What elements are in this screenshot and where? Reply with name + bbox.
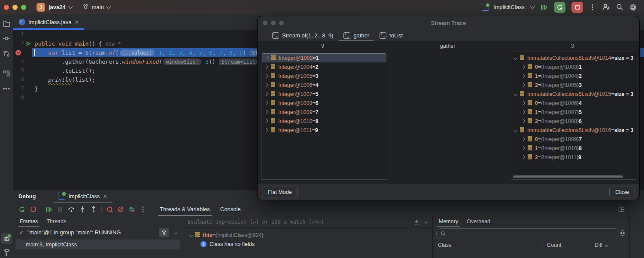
- build-tool-button[interactable]: [1, 247, 12, 258]
- stop-button[interactable]: [571, 2, 583, 13]
- chevron-collapsed-icon[interactable]: [265, 56, 269, 60]
- evaluate-expression-bar[interactable]: Evaluate expression (↵) or add a watch (…: [183, 216, 432, 228]
- memory-search-box[interactable]: [436, 228, 619, 239]
- run-line-icon[interactable]: [24, 39, 32, 48]
- project-tool-button[interactable]: [1, 18, 12, 29]
- search-icon[interactable]: [616, 3, 623, 11]
- flat-mode-button[interactable]: Flat Mode: [262, 187, 298, 197]
- step-over-button[interactable]: [66, 204, 77, 215]
- editor-tab-implicitclass[interactable]: ImplicitClass.java ✕: [13, 14, 84, 30]
- tree-child-row[interactable]: 1 = {Integer@1010} 8: [511, 144, 636, 153]
- tab-overhead[interactable]: Overhead: [462, 216, 495, 227]
- close-button[interactable]: Close: [609, 187, 635, 197]
- tree-parent-row[interactable]: ImmutableCollections$ListN@1014 = size =…: [511, 53, 636, 62]
- pull-requests-tool-button[interactable]: [1, 48, 12, 59]
- chevron-expanded-icon[interactable]: [513, 56, 518, 60]
- tree-child-row[interactable]: 1 = {Integer@1004} 2: [511, 71, 636, 80]
- debug-tool-button[interactable]: [1, 233, 12, 244]
- list-item[interactable]: Integer@1004 = 2: [261, 62, 387, 71]
- horizontal-scrollbar[interactable]: [513, 175, 623, 178]
- resume-program-button[interactable]: [540, 4, 548, 11]
- chevron-collapsed-icon[interactable]: [264, 83, 269, 87]
- list-item[interactable]: Integer@1011 = 9: [261, 126, 387, 135]
- column-count[interactable]: Count: [542, 242, 590, 248]
- settings-gear-icon[interactable]: [629, 3, 637, 11]
- chevron-collapsed-icon[interactable]: [264, 101, 269, 105]
- list-item[interactable]: Integer@1008 = 6: [261, 98, 387, 108]
- toolbar-more-menu[interactable]: ⋮: [137, 204, 149, 215]
- chevron-collapsed-icon[interactable]: [264, 65, 269, 69]
- tree-child-row[interactable]: 0 = {Integer@1003} 1: [511, 62, 636, 71]
- chevron-expanded-icon[interactable]: [513, 128, 518, 132]
- close-tab-icon[interactable]: ✕: [74, 19, 79, 25]
- pause-button[interactable]: [55, 204, 66, 215]
- tab-threads-variables[interactable]: Threads & Variables: [155, 203, 215, 216]
- view-breakpoints-button[interactable]: [104, 204, 115, 215]
- column-diff[interactable]: Diff: [590, 242, 608, 248]
- tree-child-row[interactable]: 0 = {Integer@1009} 7: [511, 135, 636, 144]
- commit-tool-button[interactable]: [1, 33, 12, 44]
- chevron-collapsed-icon[interactable]: [521, 146, 526, 150]
- chevron-collapsed-icon[interactable]: [521, 65, 526, 69]
- tree-child-row[interactable]: 2 = {Integer@1005} 3: [511, 80, 636, 89]
- chevron-collapsed-icon[interactable]: [264, 110, 269, 114]
- tree-parent-row[interactable]: ImmutableCollections$ListN@1015 = size =…: [511, 89, 636, 98]
- chevron-collapsed-icon[interactable]: [521, 119, 526, 123]
- project-selector[interactable]: java24: [49, 4, 66, 10]
- memory-search-input[interactable]: [449, 230, 619, 237]
- mute-breakpoints-button[interactable]: [115, 204, 126, 215]
- more-actions-menu[interactable]: ⋮: [589, 5, 596, 9]
- structure-tool-button[interactable]: [1, 68, 12, 79]
- tree-child-row[interactable]: 2 = {Integer@1008} 6: [511, 117, 636, 126]
- chevron-collapsed-icon[interactable]: [521, 110, 526, 114]
- chevron-collapsed-icon[interactable]: [264, 74, 269, 78]
- rerun-button[interactable]: [16, 204, 27, 215]
- resume-button[interactable]: [43, 204, 55, 215]
- chevron-down-icon[interactable]: [174, 230, 177, 234]
- add-watch-icon[interactable]: [414, 219, 419, 225]
- tree-child-row[interactable]: 2 = {Integer@1011} 9: [511, 153, 636, 162]
- chevron-collapsed-icon[interactable]: [521, 101, 526, 105]
- run-config-selector[interactable]: ImplicitClass: [493, 4, 525, 10]
- tree-parent-row[interactable]: ImmutableCollections$ListN@1016 = size =…: [511, 126, 636, 135]
- chevron-collapsed-icon[interactable]: [521, 74, 526, 78]
- list-item[interactable]: Integer@1010 = 8: [261, 117, 387, 126]
- branch-selector[interactable]: main: [92, 4, 104, 10]
- tab-gather[interactable]: gather: [339, 29, 374, 41]
- tab-console[interactable]: Console: [215, 203, 246, 216]
- minimize-window-button[interactable]: [12, 5, 18, 10]
- chevron-collapsed-icon[interactable]: [521, 155, 526, 160]
- tab-memory[interactable]: Memory: [434, 216, 462, 227]
- stop-button[interactable]: [27, 204, 39, 215]
- close-session-icon[interactable]: ✕: [103, 193, 107, 200]
- list-item[interactable]: Integer@1005 = 3: [261, 71, 387, 80]
- more-tools-button[interactable]: •••: [1, 83, 12, 94]
- tab-frames[interactable]: Frames: [15, 216, 42, 227]
- chevron-collapsed-icon[interactable]: [521, 137, 526, 141]
- chevron-down-icon[interactable]: [424, 220, 428, 224]
- filter-frames-button[interactable]: [159, 228, 169, 237]
- after-values-panel[interactable]: ImmutableCollections$ListN@1014 = size =…: [511, 52, 636, 180]
- tab-stream-of[interactable]: Stream.of(1, 2...8, 9): [268, 29, 337, 41]
- list-item[interactable]: Integer@1006 = 4: [261, 80, 387, 89]
- thread-selector[interactable]: ✓ "main"@1 in group "main": RUNNING: [13, 227, 183, 238]
- list-item[interactable]: Integer@1007 = 5: [261, 89, 387, 98]
- debugger-settings-button[interactable]: [126, 204, 137, 215]
- column-class[interactable]: Class: [433, 242, 542, 248]
- layout-settings-button[interactable]: [616, 204, 627, 215]
- list-item[interactable]: Integer@1003 = 1: [262, 53, 386, 62]
- tree-child-row[interactable]: 0 = {Integer@1006} 4: [511, 98, 636, 108]
- chevron-collapsed-icon[interactable]: [264, 119, 269, 123]
- step-out-button[interactable]: [88, 204, 99, 215]
- chevron-collapsed-icon[interactable]: [521, 83, 526, 87]
- code-with-me-icon[interactable]: [602, 3, 610, 11]
- debug-session-tab[interactable]: ImplicitClass ✕: [54, 190, 112, 203]
- tab-threads[interactable]: Threads: [42, 216, 70, 227]
- list-item[interactable]: Integer@1009 = 7: [261, 108, 387, 117]
- step-into-button[interactable]: [77, 204, 88, 215]
- chevron-collapsed-icon[interactable]: [264, 92, 269, 96]
- close-window-button[interactable]: [4, 5, 9, 10]
- chevron-collapsed-icon[interactable]: [264, 128, 269, 132]
- memory-settings-gear-icon[interactable]: [619, 230, 626, 238]
- chevron-expanded-icon[interactable]: [189, 233, 193, 237]
